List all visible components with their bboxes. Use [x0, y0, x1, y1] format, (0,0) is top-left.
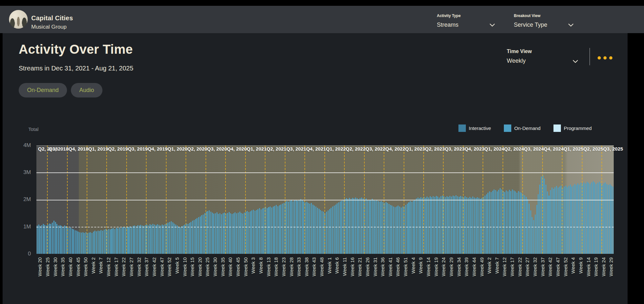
bar[interactable]: [56, 224, 57, 254]
bar[interactable]: [489, 191, 490, 254]
chevron-down-icon[interactable]: [489, 22, 495, 28]
chart-plot-area[interactable]: Q2, 2018Q3, 2018Q4, 2018Q1, 2019Q2, 2019…: [36, 145, 614, 254]
bar[interactable]: [91, 233, 92, 254]
breakout-view-dropdown[interactable]: Breakout View Service Type: [514, 6, 585, 33]
bar[interactable]: [81, 233, 82, 254]
bar[interactable]: [227, 213, 228, 254]
bar[interactable]: [139, 226, 140, 254]
bar[interactable]: [218, 214, 219, 254]
bar[interactable]: [486, 194, 487, 254]
bar[interactable]: [468, 198, 469, 254]
bar[interactable]: [547, 191, 548, 254]
bar[interactable]: [69, 228, 70, 254]
bar[interactable]: [454, 196, 455, 254]
bar[interactable]: [372, 199, 373, 254]
bar[interactable]: [427, 197, 428, 254]
bar[interactable]: [526, 197, 527, 254]
bar[interactable]: [474, 198, 475, 254]
bar[interactable]: [430, 196, 431, 254]
bar[interactable]: [125, 227, 126, 254]
bar[interactable]: [378, 201, 379, 254]
bar[interactable]: [194, 220, 195, 254]
bar[interactable]: [382, 202, 383, 254]
bar[interactable]: [280, 205, 281, 254]
bar[interactable]: [460, 196, 461, 254]
bar[interactable]: [366, 198, 367, 254]
bar[interactable]: [197, 218, 197, 254]
bar[interactable]: [326, 212, 327, 254]
bar[interactable]: [608, 185, 609, 254]
bar[interactable]: [53, 221, 54, 254]
bar[interactable]: [436, 196, 437, 254]
bar[interactable]: [195, 219, 196, 254]
bar[interactable]: [267, 208, 268, 254]
bar[interactable]: [548, 196, 549, 254]
bar[interactable]: [75, 230, 76, 254]
bar[interactable]: [360, 198, 360, 254]
bar[interactable]: [431, 197, 432, 254]
bar[interactable]: [250, 211, 251, 254]
bar[interactable]: [334, 206, 335, 254]
bar[interactable]: [536, 205, 537, 254]
bar[interactable]: [116, 228, 117, 254]
bar[interactable]: [177, 226, 178, 254]
bar[interactable]: [312, 205, 313, 254]
bar[interactable]: [239, 212, 240, 254]
bar[interactable]: [420, 197, 421, 254]
bar[interactable]: [554, 187, 555, 254]
bar[interactable]: [259, 208, 260, 254]
bar[interactable]: [311, 203, 312, 254]
bar[interactable]: [600, 183, 601, 254]
bar[interactable]: [381, 201, 382, 254]
bar[interactable]: [143, 226, 144, 254]
bar[interactable]: [558, 188, 559, 254]
bar[interactable]: [261, 209, 262, 254]
bar[interactable]: [478, 198, 479, 254]
bar[interactable]: [445, 197, 446, 254]
filter-pill-audio[interactable]: Audio: [71, 83, 102, 97]
bar[interactable]: [123, 227, 124, 254]
bar[interactable]: [520, 192, 521, 254]
bar[interactable]: [553, 189, 554, 254]
bar[interactable]: [512, 189, 513, 254]
bar[interactable]: [353, 198, 354, 254]
bar[interactable]: [117, 228, 118, 254]
bar[interactable]: [361, 198, 362, 254]
bar[interactable]: [510, 191, 511, 254]
bar[interactable]: [410, 201, 411, 254]
bar[interactable]: [174, 224, 175, 254]
legend-item-on-demand[interactable]: On-Demand: [504, 124, 541, 132]
bar[interactable]: [596, 184, 597, 254]
bar[interactable]: [425, 198, 426, 254]
activity-type-dropdown[interactable]: Activity Type Streams: [437, 6, 508, 33]
bar[interactable]: [544, 179, 545, 254]
bar[interactable]: [349, 198, 350, 254]
bar[interactable]: [175, 225, 176, 254]
bar[interactable]: [93, 232, 94, 254]
bar[interactable]: [574, 184, 575, 254]
bar[interactable]: [396, 207, 397, 254]
bar[interactable]: [232, 214, 233, 254]
bar[interactable]: [583, 182, 584, 254]
bar[interactable]: [571, 187, 572, 254]
bar[interactable]: [201, 215, 202, 254]
bar[interactable]: [407, 204, 408, 254]
bar[interactable]: [469, 197, 470, 254]
bar[interactable]: [40, 226, 41, 254]
bar[interactable]: [399, 207, 400, 254]
bar[interactable]: [418, 198, 418, 254]
bar[interactable]: [64, 226, 65, 254]
bar[interactable]: [154, 225, 155, 254]
bar[interactable]: [355, 198, 356, 254]
bar[interactable]: [491, 192, 492, 254]
bar[interactable]: [565, 186, 566, 254]
bar[interactable]: [466, 197, 467, 254]
bar[interactable]: [131, 227, 132, 254]
bar[interactable]: [235, 212, 235, 254]
bar[interactable]: [162, 225, 163, 254]
bar[interactable]: [533, 220, 534, 254]
bar[interactable]: [62, 227, 63, 254]
bar[interactable]: [317, 208, 318, 254]
bar[interactable]: [60, 225, 61, 254]
bar[interactable]: [61, 226, 62, 254]
